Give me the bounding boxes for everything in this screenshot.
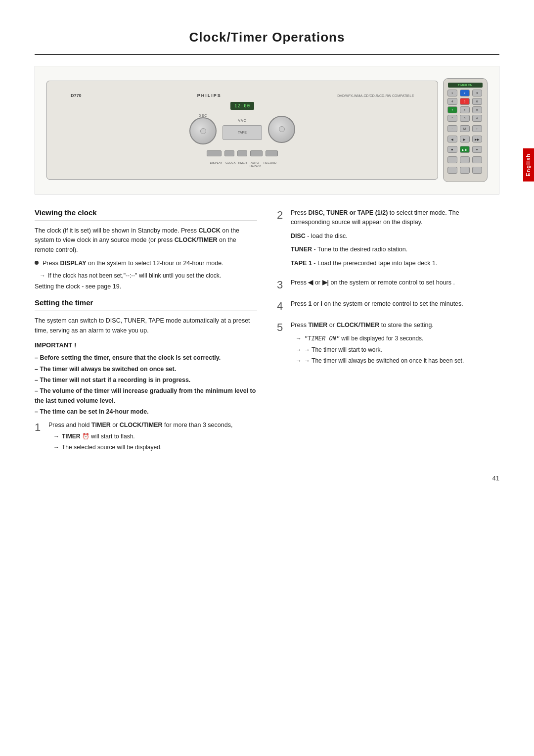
setting-timer-divider (35, 311, 257, 311)
step-5: 5 Press TIMER or CLOCK/TIMER to store th… (277, 321, 499, 367)
disc-info: DISC - load the disc. (291, 232, 499, 241)
remote-btn-r5 (460, 167, 470, 174)
important-list: – Before setting the timer, ensure that … (35, 353, 257, 417)
viewing-clock-divider (35, 221, 257, 221)
step-2: 2 Press DISC, TUNER or TAPE (1/2) to sel… (277, 208, 499, 272)
brand-sub: D770 (71, 93, 82, 98)
step1-arrow2: → The selected source will be displayed. (48, 443, 257, 452)
setting-clock-ref: Setting the clock - see page 19. (35, 282, 257, 291)
step-3: 3 Press ◀ or ▶| on the system or remote … (277, 278, 499, 293)
setting-timer-title: Setting the timer (35, 298, 257, 307)
page-title: Clock/Timer Operations (35, 30, 499, 45)
setting-timer-intro: The system can switch to DISC, TUNER, TA… (35, 316, 257, 335)
remote-btn-vol-down: - (447, 125, 457, 132)
viewing-clock-section: Viewing the clock The clock (if it is se… (35, 208, 257, 291)
device-image: D770 PHILIPS DVD/MFX-WMA-CD/CD-R/CD-RW C… (35, 66, 499, 194)
tape-info: TAPE 1 - Load the prerecorded tape into … (291, 259, 499, 268)
important-item-4: – The time can be set in 24-hour mode. (35, 407, 257, 417)
step-4: 4 Press 1 or i on the system or remote c… (277, 299, 499, 315)
step2-text: Press DISC, TUNER or TAPE (1/2) to selec… (291, 208, 499, 228)
disc-label: DSC (189, 114, 217, 117)
remote-btn-stop: ■ (447, 146, 457, 153)
remote-btn-r3 (472, 156, 482, 163)
disc-visual (189, 117, 217, 144)
remote-btn-r4 (447, 167, 457, 174)
important-item-1: – The timer will always be switched on o… (35, 365, 257, 374)
remote-btn-6: 6 (472, 98, 482, 105)
remote-btn-r6 (472, 167, 482, 174)
title-divider (35, 54, 499, 55)
important-item-2: – The timer will not start if a recordin… (35, 376, 257, 385)
clock-not-set-arrow: → If the clock has not been set,"--:--" … (35, 271, 257, 280)
viewing-clock-title: Viewing the clock (35, 208, 257, 217)
remote-btn-mute: M (460, 125, 470, 132)
bullet-dot-1 (35, 261, 39, 265)
remote-btn-play: ▶ (460, 136, 470, 142)
remote-control-illustration: TIMER ON 1 2 3 4 5 6 7 8 9 * 0 # (443, 78, 488, 182)
important-block: IMPORTANT ! – Before setting the timer, … (35, 340, 257, 417)
remote-btn-star: * (447, 115, 457, 122)
disc-area: DSC VAC TAPE (189, 114, 295, 144)
important-label: IMPORTANT ! (35, 340, 257, 350)
unit-display: 12:00 (230, 102, 254, 110)
disc-visual-2 (268, 116, 295, 143)
page-number: 41 (35, 474, 499, 482)
remote-btn-next: ▶▶ (472, 136, 482, 142)
language-tab: English (523, 148, 534, 182)
remote-btn-3: 3 (472, 90, 482, 96)
step5-text: Press TIMER or CLOCK/TIMER to store the … (291, 321, 499, 330)
display-bullet: Press DISPLAY on the system to select 12… (35, 259, 257, 268)
step1-arrow1: → TIMER ⏰ will start to flash. (48, 432, 257, 441)
remote-btn-hash: # (472, 115, 482, 122)
remote-btn-r2 (460, 156, 470, 163)
remote-btn-0: 0 (460, 115, 470, 122)
left-column: Viewing the clock The clock (if it is se… (35, 208, 257, 460)
step5-arrow3: → → The timer will always be switched on… (291, 356, 499, 365)
remote-btn-r1 (447, 156, 457, 163)
content-columns: Viewing the clock The clock (if it is se… (35, 208, 499, 460)
main-unit-illustration: D770 PHILIPS DVD/MFX-WMA-CD/CD-R/CD-RW C… (46, 81, 438, 180)
remote-btn-5: 5 (460, 98, 470, 105)
vac-label: VAC (238, 119, 247, 122)
right-column: 2 Press DISC, TUNER or TAPE (1/2) to sel… (277, 208, 499, 373)
step3-text: Press ◀ or ▶| on the system or remote co… (291, 278, 499, 287)
step4-text: Press 1 or i on the system or remote con… (291, 299, 499, 309)
remote-btn-8: 8 (460, 106, 470, 113)
setting-timer-section: Setting the timer The system can switch … (35, 298, 257, 454)
remote-number-grid: 1 2 3 4 5 6 7 8 9 * 0 # (447, 90, 483, 122)
important-item-3: – The volume of the timer will increase … (35, 386, 257, 406)
remote-btn-rec: ● (472, 146, 482, 153)
remote-btn-vol-up: + (472, 125, 482, 132)
brand-main: PHILIPS (197, 93, 222, 98)
remote-btn-4: 4 (447, 98, 457, 105)
remote-btn-prev: ◀ (447, 136, 457, 142)
step1-text: Press and hold TIMER or CLOCK/TIMER for … (48, 421, 257, 430)
viewing-clock-intro: The clock (if it is set) will be shown i… (35, 226, 257, 255)
remote-btn-9: 9 (472, 106, 482, 113)
step5-arrow2: → → The timer will start to work. (291, 345, 499, 354)
step5-arrow1: → "TIMER ON" will be displayed for 3 sec… (291, 334, 499, 343)
remote-btn-2: 2 (460, 90, 470, 96)
step-1: 1 Press and hold TIMER or CLOCK/TIMER fo… (35, 421, 257, 453)
important-item-0: – Before setting the timer, ensure that … (35, 353, 257, 363)
remote-display: TIMER ON (448, 83, 483, 88)
remote-btn-playpause: ▶⏸ (460, 146, 470, 153)
remote-btn-1: 1 (447, 90, 457, 96)
remote-btn-7: 7 (447, 106, 457, 113)
tuner-info: TUNER - Tune to the desired radio statio… (291, 245, 499, 254)
